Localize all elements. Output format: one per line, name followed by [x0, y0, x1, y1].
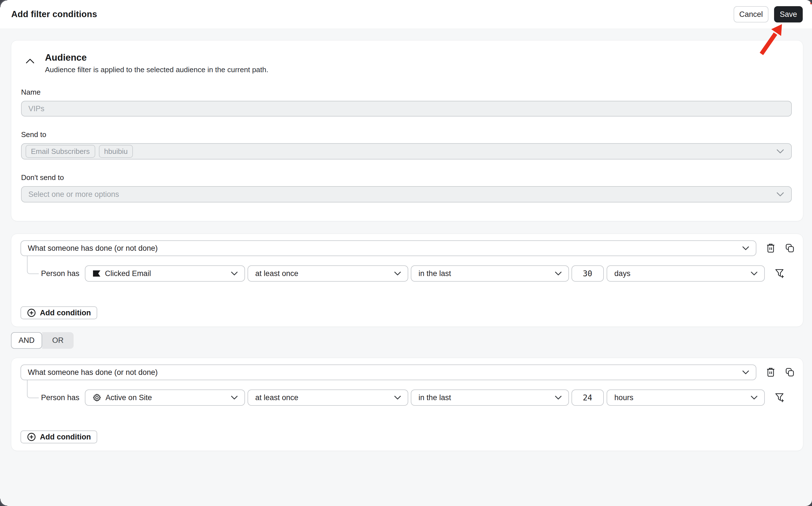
chevron-up-icon: [25, 59, 34, 64]
chevron-down-icon: [231, 396, 238, 400]
condition-card-2: What someone has done (or not done): [11, 358, 803, 451]
flag-icon: [93, 270, 100, 277]
send-to-select[interactable]: Email Subscribers hbuibiu: [21, 143, 792, 160]
filter-plus-icon: [775, 393, 785, 403]
condition-subject-label: Person has: [41, 394, 79, 402]
frequency-value: at least once: [255, 394, 298, 402]
chevron-down-icon: [394, 271, 401, 275]
trash-icon: [766, 367, 775, 377]
condition-card-1: What someone has done (or not done): [11, 234, 803, 327]
duplicate-condition-button[interactable]: [785, 367, 795, 377]
trash-icon: [766, 243, 775, 253]
timeframe-select[interactable]: in the last: [411, 390, 569, 406]
condition-type-select[interactable]: What someone has done (or not done): [20, 364, 756, 380]
copy-icon: [785, 367, 794, 377]
condition-type-row: What someone has done (or not done): [20, 240, 795, 256]
chevron-down-icon: [555, 271, 562, 275]
timeframe-value: in the last: [419, 394, 451, 402]
logic-or-button[interactable]: OR: [42, 332, 74, 349]
window-corner-artifact: [0, 0, 7, 7]
header-actions: Cancel Save: [734, 6, 803, 22]
unit-value: days: [614, 269, 631, 278]
name-label: Name: [21, 88, 792, 97]
audience-header-text: Audience Audience filter is applied to t…: [45, 52, 268, 74]
event-value: Active on Site: [106, 394, 152, 402]
chevron-down-icon: [777, 192, 784, 196]
plus-circle-icon: [27, 308, 36, 317]
chevron-down-icon: [742, 246, 749, 250]
cancel-button[interactable]: Cancel: [734, 6, 768, 22]
add-condition-label: Add condition: [40, 309, 91, 317]
add-filter-button[interactable]: [775, 393, 785, 403]
condition-type-select[interactable]: What someone has done (or not done): [20, 240, 756, 256]
audience-section: Audience Audience filter is applied to t…: [11, 40, 803, 221]
event-value: Clicked Email: [105, 269, 151, 278]
chevron-down-icon: [555, 396, 562, 400]
save-button[interactable]: Save: [774, 6, 803, 22]
frequency-value: at least once: [255, 269, 298, 278]
audience-tag[interactable]: Email Subscribers: [25, 145, 95, 158]
add-condition-button[interactable]: Add condition: [20, 430, 97, 443]
chevron-down-icon: [751, 271, 757, 275]
logic-operator-toggle: AND OR: [11, 332, 803, 349]
chevron-down-icon: [777, 149, 784, 154]
filter-plus-icon: [775, 268, 785, 278]
event-select[interactable]: Active on Site: [85, 390, 245, 406]
condition-type-value: What someone has done (or not done): [28, 244, 158, 253]
section-title: Audience: [45, 52, 268, 63]
amount-input[interactable]: [572, 390, 604, 406]
audience-tag[interactable]: hbuibiu: [99, 145, 133, 158]
section-description: Audience filter is applied to the select…: [45, 66, 268, 74]
collapse-section-button[interactable]: [25, 56, 35, 66]
duplicate-condition-button[interactable]: [785, 243, 795, 253]
dialog-content: Audience Audience filter is applied to t…: [0, 29, 812, 451]
chevron-down-icon: [751, 396, 757, 400]
condition-connector-line: [27, 380, 39, 398]
frequency-select[interactable]: at least once: [247, 265, 408, 282]
condition-row: Person has Active on Site at least once: [41, 390, 795, 406]
chevron-down-icon: [394, 396, 401, 400]
dont-send-to-label: Don't send to: [21, 173, 792, 182]
logic-and-button[interactable]: AND: [11, 332, 42, 349]
select-placeholder: Select one or more options: [25, 190, 119, 199]
add-filter-button[interactable]: [775, 268, 785, 278]
add-condition-button[interactable]: Add condition: [20, 306, 97, 319]
copy-icon: [785, 243, 794, 253]
gear-icon: [93, 394, 101, 402]
dont-send-to-select[interactable]: Select one or more options: [21, 186, 792, 202]
unit-select[interactable]: hours: [607, 390, 765, 406]
chevron-down-icon: [231, 271, 238, 275]
timeframe-select[interactable]: in the last: [411, 265, 569, 282]
frequency-select[interactable]: at least once: [247, 390, 408, 406]
condition-type-row: What someone has done (or not done): [20, 364, 795, 380]
delete-condition-button[interactable]: [766, 243, 776, 253]
condition-subject-label: Person has: [41, 269, 79, 278]
amount-input[interactable]: [572, 265, 604, 282]
page-title: Add filter conditions: [11, 9, 97, 19]
chevron-down-icon: [742, 370, 749, 374]
condition-row: Person has Clicked Email at least once: [41, 265, 795, 282]
condition-connector-line: [27, 256, 39, 274]
add-filter-conditions-dialog: Add filter conditions Cancel Save Audien…: [0, 0, 812, 506]
event-select[interactable]: Clicked Email: [85, 265, 245, 282]
unit-select[interactable]: days: [607, 265, 765, 282]
window-corner-artifact: [0, 499, 7, 506]
delete-condition-button[interactable]: [766, 367, 776, 377]
name-input[interactable]: [21, 101, 792, 116]
red-edge-artifact: [810, 0, 812, 4]
add-condition-label: Add condition: [40, 433, 91, 441]
plus-circle-icon: [27, 432, 36, 441]
dialog-header: Add filter conditions Cancel Save: [0, 0, 812, 29]
send-to-label: Send to: [21, 130, 792, 139]
audience-header: Audience Audience filter is applied to t…: [21, 52, 792, 74]
unit-value: hours: [614, 394, 634, 402]
condition-type-value: What someone has done (or not done): [28, 368, 158, 377]
timeframe-value: in the last: [419, 269, 451, 278]
